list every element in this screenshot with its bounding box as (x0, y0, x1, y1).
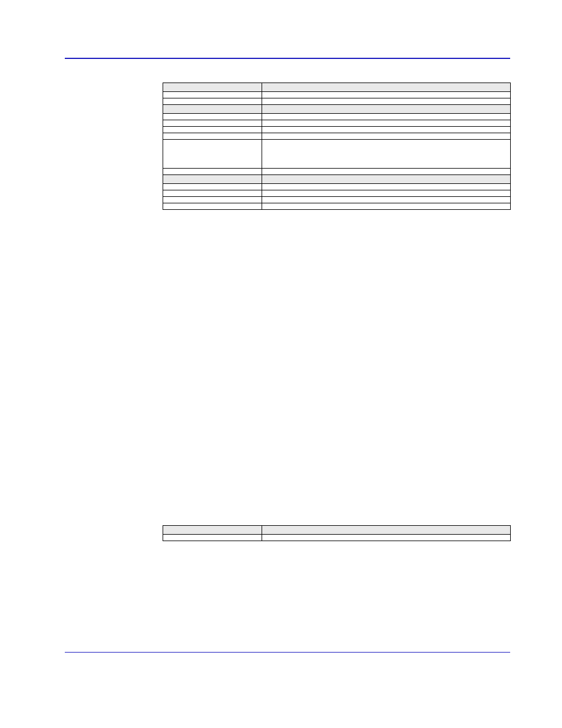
t1-s2-r0-c0 (163, 184, 262, 190)
t1-s2-r3-c0 (163, 203, 262, 210)
t1-s1-r1-c0 (163, 120, 262, 127)
t1-s0-r1-c0 (163, 98, 262, 105)
t1-s0-r1-c1 (262, 98, 511, 105)
t1-s1-title-1 (262, 105, 511, 114)
header-rule (65, 58, 510, 59)
t1-s1-r5-c1 (262, 169, 511, 175)
t2-r0-c1 (262, 535, 511, 541)
page (0, 0, 562, 728)
t1-s2-title-0 (163, 175, 262, 184)
t2-r0-c0 (163, 535, 262, 541)
t1-s1-r1-c1 (262, 120, 511, 127)
t1-s1-r2-c1 (262, 127, 511, 133)
t1-s1-r4-c0 (163, 140, 262, 169)
t1-s2-r0-c1 (262, 184, 511, 190)
t1-s2-r1-c1 (262, 190, 511, 197)
t1-s1-title-0 (163, 105, 262, 114)
t1-s1-r0-c1 (262, 114, 511, 120)
t1-s2-title-1 (262, 175, 511, 184)
t1-s2-r2-c1 (262, 197, 511, 203)
t2-header-1 (163, 526, 262, 535)
footer-rule (65, 652, 510, 653)
t1-s1-r0-c0 (163, 114, 262, 120)
t1-s0-r0-c1 (262, 92, 511, 98)
t1-header-2 (262, 83, 511, 92)
spec-table-2 (163, 525, 511, 541)
t1-s1-r2-c0 (163, 127, 262, 133)
t1-s1-r4-c1 (262, 140, 511, 169)
t1-s2-r3-c1 (262, 203, 511, 210)
t1-s2-r2-c0 (163, 197, 262, 203)
t1-s0-r0-c0 (163, 92, 262, 98)
t1-s1-r3-c1 (262, 133, 511, 140)
t2-header-2 (262, 526, 511, 535)
t1-header-1 (163, 83, 262, 92)
t1-s2-r1-c0 (163, 190, 262, 197)
t1-s1-r5-c0 (163, 169, 262, 175)
spec-table-1 (163, 83, 511, 210)
t1-s1-r3-c0 (163, 133, 262, 140)
